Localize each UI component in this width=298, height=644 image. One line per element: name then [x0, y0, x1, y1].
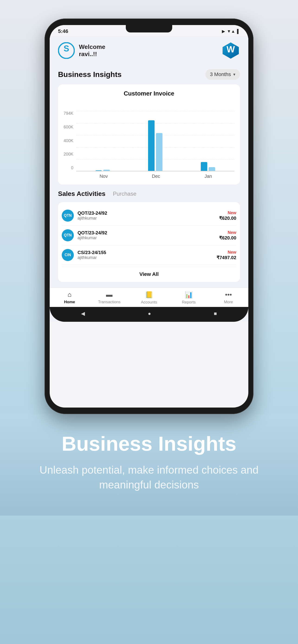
welcome-text: Welcome ravi..!!: [79, 43, 105, 58]
nav-transactions-label: Transactions: [98, 300, 120, 304]
avatar: CIN: [62, 249, 74, 261]
nav-reports[interactable]: 📊 Reports: [169, 291, 209, 304]
phone-screen: 5:46 ▶ ▼▲ ▌ S: [50, 25, 248, 408]
activity-info-3: CS/23-24/155 ajithkumar: [78, 250, 216, 260]
activity-value-3: ₹7497.02: [216, 255, 236, 260]
table-row[interactable]: CIN CS/23-24/155 ajithkumar New ₹7497.02: [62, 245, 236, 265]
x-label-dec: Dec: [130, 174, 182, 179]
welcome-line2: ravi..!!: [79, 50, 105, 58]
transactions-icon: ▬: [106, 291, 113, 298]
dec-bars: [148, 120, 162, 171]
chart-title: Customer Invoice: [64, 90, 234, 97]
phone-wrapper: 5:46 ▶ ▼▲ ▌ S: [45, 18, 253, 414]
activity-value-2: ₹620.00: [219, 235, 236, 241]
phone-outer: 5:46 ▶ ▼▲ ▌ S: [45, 18, 253, 414]
bottom-title: Business Insights: [19, 432, 279, 455]
back-button[interactable]: ◀: [81, 311, 85, 317]
recent-button[interactable]: ■: [214, 311, 217, 317]
y-axis: 794K 600K 400K 200K 0: [64, 111, 73, 171]
x-label-jan: Jan: [182, 174, 234, 179]
activity-info-2: QOT/23-24/92 ajithkumar: [78, 230, 219, 240]
status-icons: ▶ ▼▲ ▌: [222, 29, 240, 34]
bottom-section: Business Insights Unleash potential, mak…: [0, 414, 298, 516]
activity-value-1: ₹620.00: [219, 215, 236, 221]
s-logo: S: [58, 42, 75, 59]
activity-info-1: QOT/23-24/92 ajithkumar: [78, 210, 219, 221]
jan-bar-group: [201, 162, 215, 171]
activities-section: Sales Activities Purchase QTN QOT/23-24/…: [50, 190, 248, 282]
x-axis-line: [76, 171, 234, 171]
app-header: S Welcome ravi..!!: [50, 36, 248, 64]
view-all-button[interactable]: View All: [62, 267, 236, 278]
svg-text:W: W: [226, 44, 235, 54]
bottom-nav: ⌂ Home ▬ Transactions 📒 Accounts 📊 Repor…: [50, 288, 248, 307]
avatar: QTN: [62, 229, 74, 241]
status-time: 5:46: [58, 28, 68, 34]
header-left: S Welcome ravi..!!: [58, 42, 105, 59]
android-nav: ◀ ● ■: [50, 307, 248, 322]
app-content: S Welcome ravi..!!: [50, 36, 248, 322]
activity-customer-1: ajithkumar: [78, 216, 219, 221]
nav-accounts-label: Accounts: [141, 300, 157, 304]
chart-plot: [76, 111, 234, 171]
bars-container: [76, 111, 234, 171]
accounts-icon: 📒: [145, 291, 153, 298]
chevron-down-icon: ▾: [233, 72, 235, 77]
y-label-400k: 400K: [64, 138, 73, 143]
insights-header: Business Insights 3 Months ▾: [58, 69, 240, 80]
insights-title: Business Insights: [58, 70, 122, 79]
activity-status-3: New: [216, 250, 236, 255]
nav-accounts[interactable]: 📒 Accounts: [129, 291, 169, 304]
months-dropdown[interactable]: 3 Months ▾: [205, 69, 240, 80]
activities-title: Sales Activities: [58, 190, 105, 198]
nav-reports-label: Reports: [182, 300, 196, 304]
activities-header: Sales Activities Purchase: [58, 190, 240, 198]
nav-more[interactable]: ••• More: [209, 291, 248, 304]
wifi-icon: ▼▲: [227, 29, 235, 34]
activity-amount-2: New ₹620.00: [219, 230, 236, 241]
activity-customer-3: ajithkumar: [78, 255, 216, 260]
youtube-icon: ▶: [222, 29, 225, 34]
more-icon: •••: [225, 291, 232, 298]
dec-bar-group: [148, 120, 162, 171]
chart-card: Customer Invoice 794K 600K 400K 200K: [58, 84, 240, 184]
activity-amount-3: New ₹7497.02: [216, 250, 236, 260]
nav-more-label: More: [224, 300, 233, 304]
phone-notch: [126, 25, 172, 32]
jan-bar-dark: [201, 162, 207, 171]
battery-icon: ▌: [237, 29, 240, 34]
welcome-line1: Welcome: [79, 43, 105, 50]
table-row[interactable]: QTN QOT/23-24/92 ajithkumar New ₹620.00: [62, 206, 236, 226]
svg-text:S: S: [64, 44, 69, 53]
table-row[interactable]: QTN QOT/23-24/92 ajithkumar New ₹620.00: [62, 226, 236, 245]
dec-bar-dark: [148, 120, 155, 171]
y-label-0: 0: [64, 166, 73, 170]
activity-ref-2: QOT/23-24/92: [78, 230, 219, 236]
dec-bar-light: [156, 133, 162, 171]
y-label-600k: 600K: [64, 125, 73, 130]
y-label-794k: 794K: [64, 111, 73, 116]
activity-status-2: New: [219, 230, 236, 235]
insights-section: Business Insights 3 Months ▾ Customer In…: [50, 64, 248, 184]
months-label: 3 Months: [210, 72, 231, 78]
activity-ref-3: CS/23-24/155: [78, 250, 216, 255]
bottom-subtitle: Unleash potential, make informed choices…: [19, 462, 279, 492]
nav-home-label: Home: [64, 300, 75, 304]
activity-card: QTN QOT/23-24/92 ajithkumar New ₹620.00: [58, 202, 240, 282]
w-logo: W: [221, 41, 240, 60]
activity-ref-1: QOT/23-24/92: [78, 210, 219, 216]
activity-customer-2: ajithkumar: [78, 236, 219, 240]
activity-status-1: New: [219, 210, 236, 215]
home-button[interactable]: ●: [148, 311, 151, 317]
nav-home[interactable]: ⌂ Home: [50, 291, 89, 304]
activity-amount-1: New ₹620.00: [219, 210, 236, 221]
x-label-nov: Nov: [78, 174, 130, 179]
purchase-tab[interactable]: Purchase: [113, 190, 136, 197]
nav-transactions[interactable]: ▬ Transactions: [89, 291, 129, 304]
jan-bars: [201, 162, 215, 171]
avatar: QTN: [62, 210, 74, 222]
reports-icon: 📊: [185, 291, 193, 298]
y-label-200k: 200K: [64, 152, 73, 157]
x-labels: Nov Dec Jan: [64, 171, 234, 179]
home-icon: ⌂: [68, 291, 72, 298]
